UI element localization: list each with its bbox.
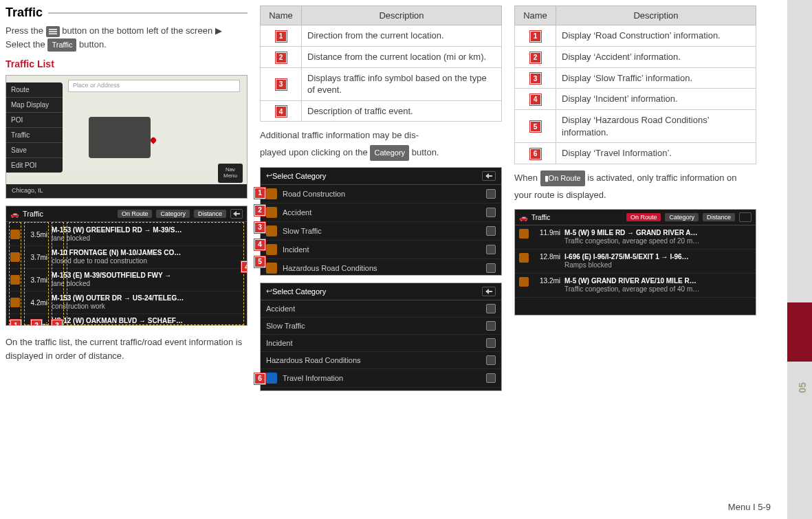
svg-rect-2 — [49, 33, 57, 34]
traffic-distance: 3.7mi — [24, 276, 47, 284]
nav-menu-button[interactable]: Nav Menu — [218, 164, 243, 183]
traffic-row[interactable]: 3.5mi M-153 (W) GREENFIELD RD → M-39/S…l… — [6, 223, 247, 246]
category-label: Incident — [283, 245, 309, 254]
text: button on the bottom left of the screen — [62, 25, 215, 36]
checkbox[interactable] — [486, 304, 496, 313]
category-row[interactable]: Incident — [261, 335, 501, 352]
traffic-row[interactable]: 3.7mi M-10 FRONTAGE (N) M-10/JAMES CO…cl… — [6, 246, 247, 269]
traffic-header: Traffic — [531, 214, 550, 221]
traffic-row[interactable]: 13.2mi M-5 (W) GRAND RIVER AVE/10 MILE R… — [515, 274, 756, 298]
callout-2: 2 — [276, 52, 287, 63]
checkbox[interactable] — [486, 208, 496, 217]
on-route-pill[interactable]: On Route — [118, 210, 153, 218]
traffic-desc: M-5 (W) 9 MILE RD → GRAND RIVER A…Traffi… — [564, 229, 751, 245]
checkbox[interactable] — [486, 263, 496, 273]
category-row[interactable]: Road Construction — [261, 185, 501, 203]
text: Additional traffic information may be di… — [260, 130, 419, 140]
distance-pill[interactable]: Distance — [703, 213, 735, 221]
callout-3: 3 — [254, 222, 265, 233]
traffic-row[interactable]: 12.8mi I-696 (E) I-96/I-275/M-5/EXIT 1 →… — [515, 250, 756, 274]
category-row[interactable]: Hazardous Road Conditions — [261, 259, 501, 276]
back-icon[interactable] — [230, 209, 243, 219]
category-row[interactable]: Slow Traffic — [261, 318, 501, 335]
column-2: NameDescription 1Direction from the curr… — [260, 5, 502, 398]
distance-pill[interactable]: Distance — [194, 210, 226, 218]
select-category-screenshot-1: ↩ Select Category Road Construction Acci… — [260, 167, 502, 276]
category-pill[interactable]: Category — [665, 213, 699, 221]
on-route-pill-active[interactable]: On Route — [626, 213, 661, 221]
checkbox[interactable] — [486, 321, 496, 331]
column-3: NameDescription 1Display ‘Road Construct… — [514, 5, 756, 398]
sidebar-item-save[interactable]: Save — [6, 143, 63, 158]
paragraph: When ▮On Route is activated, only traffi… — [514, 170, 756, 203]
section-title: Traffic — [6, 5, 43, 20]
sidebar-item-traffic[interactable]: Traffic — [6, 128, 63, 143]
map-info-bubble — [89, 117, 151, 158]
side-tab-upper — [787, 0, 812, 302]
return-icon: ↩ — [266, 287, 272, 296]
map-sidebar: Route Map Display POI Traffic Save Edit … — [6, 82, 63, 173]
select-arrow-icon: ▶ — [215, 24, 222, 38]
menu-icon — [46, 26, 60, 37]
traffic-list-screenshot: 🚗 Traffic On Route Category Distance 3.5… — [6, 206, 248, 326]
checkbox[interactable] — [486, 373, 496, 383]
traffic-list-header: Traffic — [23, 210, 43, 218]
map-footer: Chicago, IL — [6, 184, 247, 198]
callout-3: 3 — [52, 320, 63, 326]
side-tab-lower: 05 — [787, 362, 812, 519]
category-row[interactable]: Travel Information — [261, 369, 501, 388]
traffic-row[interactable]: 3.7mi M-153 (E) M-39/SOUTHFIELD FWY →lan… — [6, 269, 247, 291]
sidebar-item-edit-poi[interactable]: Edit POI — [6, 158, 63, 173]
traffic-row[interactable]: 4.2mi M-153 (W) OUTER DR → US-24/TELEG…c… — [6, 291, 247, 314]
traffic-row[interactable]: 11.9mi M-5 (W) 9 MILE RD → GRAND RIVER A… — [515, 225, 756, 250]
traffic-row[interactable]: 4.5mi US-12 (W) OAKMAN BLVD → SCHAEF…tra… — [6, 314, 247, 326]
checkbox[interactable] — [486, 189, 496, 199]
category-row[interactable]: Hazardous Road Conditions — [261, 352, 501, 369]
search-input[interactable]: Place or Address — [68, 80, 240, 92]
callout-6: 6 — [530, 148, 541, 159]
traffic-distance: 4.2mi — [24, 299, 47, 307]
category-row[interactable]: Accident — [261, 203, 501, 222]
back-icon[interactable] — [739, 212, 751, 222]
traffic-desc: M-153 (W) GREENFIELD RD → M-39/S…lane bl… — [52, 226, 243, 243]
car-icon: 🚗 — [519, 214, 527, 221]
back-icon[interactable] — [482, 287, 496, 296]
incident-icon — [266, 244, 277, 255]
return-icon: ↩ — [266, 171, 272, 180]
map-screenshot: Place or Address Route Map Display POI T… — [6, 75, 248, 199]
category-row[interactable]: Incident — [261, 241, 501, 259]
checkbox[interactable] — [486, 226, 496, 236]
desc-cell: Display ‘Travel Information’. — [556, 143, 756, 164]
sidebar-item-map-display[interactable]: Map Display — [6, 98, 63, 113]
sidebar-item-route[interactable]: Route — [6, 82, 63, 98]
text: When — [514, 173, 540, 183]
paragraph: On the traffic list, the current traffic… — [6, 335, 248, 363]
text: played upon clicking on the — [260, 147, 370, 157]
back-icon[interactable] — [482, 171, 496, 181]
category-row[interactable]: Slow Traffic — [261, 222, 501, 241]
checkbox[interactable] — [486, 338, 496, 348]
text: button. — [412, 147, 439, 157]
traffic-desc: M-10 FRONTAGE (N) M-10/JAMES CO…closed d… — [52, 249, 243, 265]
traffic-event-icon — [10, 298, 20, 307]
traffic-distance: 3.5mi — [24, 231, 47, 239]
category-label: Road Construction — [283, 190, 345, 198]
traffic-event-icon — [10, 275, 20, 285]
category-chip: Category — [370, 145, 409, 161]
desc-cell: Displays traffic info symbol based on th… — [302, 67, 502, 100]
checkbox[interactable] — [486, 245, 496, 254]
category-label: Hazardous Road Conditions — [266, 356, 361, 364]
category-label: Slow Traffic — [266, 322, 305, 330]
desc-cell: Description of traffic event. — [302, 100, 502, 122]
category-label: Hazardous Road Conditions — [283, 264, 377, 272]
text: Press the — [6, 25, 46, 36]
svg-rect-1 — [49, 31, 57, 32]
subsection-title: Traffic List — [6, 58, 248, 69]
category-pill[interactable]: Category — [156, 210, 190, 218]
callout-5: 5 — [254, 256, 265, 267]
checkbox[interactable] — [486, 355, 496, 365]
th-name: Name — [261, 6, 302, 25]
sidebar-item-poi[interactable]: POI — [6, 113, 63, 128]
travel-info-icon — [266, 373, 277, 384]
category-row[interactable]: Accident — [261, 300, 501, 318]
